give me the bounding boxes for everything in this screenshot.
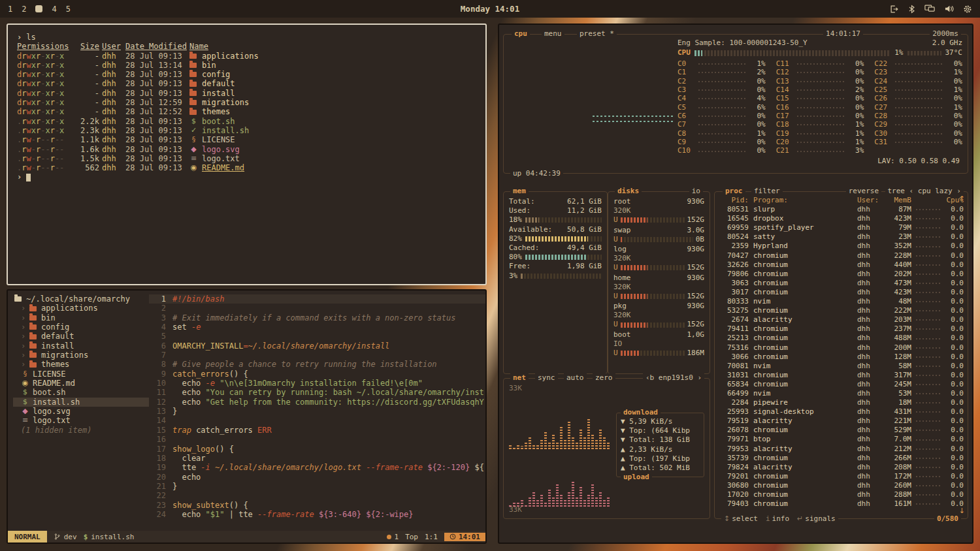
scroll-up-arrow[interactable]: ↑ — [959, 195, 965, 204]
process-row[interactable]: 31031chromiumdhh317M0.0 — [720, 371, 964, 380]
process-row[interactable]: 79403chromiumdhh161M0.0 — [720, 499, 964, 509]
tree-item-logo.svg[interactable]: ◆logo.svg — [13, 407, 149, 416]
tree-item-default[interactable]: ›default — [13, 332, 149, 341]
preset-button[interactable]: preset * — [577, 29, 617, 39]
tree-item-logo.txt[interactable]: ≡logo.txt — [13, 416, 149, 425]
tree-item--.local-share-omarchy[interactable]: ~/.local/share/omarchy — [13, 294, 149, 304]
process-row[interactable]: 79953alacrittydhh212M0.0 — [720, 445, 964, 454]
workspace-1[interactable]: 1 — [8, 5, 12, 14]
signals-button[interactable]: ↵signals — [797, 514, 836, 524]
display-icon[interactable] — [924, 5, 935, 13]
size-cell: 2.3k — [74, 126, 102, 135]
process-row[interactable]: 66499nvimdhh53M0.0 — [720, 389, 964, 398]
process-row[interactable]: 70427chromiumdhh228M0.0 — [720, 251, 964, 260]
proc-column-header[interactable]: Pid: — [720, 196, 749, 205]
process-row[interactable]: 75316chromiumdhh200M0.0 — [720, 343, 964, 353]
settings-icon[interactable] — [963, 5, 972, 14]
proc-mem: 200M — [884, 343, 911, 353]
net-interface-switch[interactable]: ‹b enp191s0 › — [643, 373, 704, 383]
disk-used-row: U152G — [613, 263, 704, 272]
process-row[interactable]: 65834chromiumdhh245M0.0 — [720, 380, 964, 389]
process-row[interactable]: 17020chromiumdhh288M0.0 — [720, 490, 964, 499]
tree-item-readme.md[interactable]: ◉README.md — [13, 379, 149, 388]
core-row: C160% — [776, 103, 864, 112]
process-row[interactable]: 26078chromiumdhh529M0.0 — [720, 426, 964, 435]
process-row[interactable]: 69959spotify_playerdhh79M0.0 — [720, 223, 964, 232]
branch-name: dev — [64, 533, 77, 541]
tree-item-install[interactable]: ›install — [13, 341, 149, 351]
process-row[interactable]: 2359Hyprlanddhh352M0.0 — [720, 242, 964, 251]
proc-cpu: 0.0 — [945, 389, 964, 398]
reverse-button[interactable]: reverse — [846, 187, 881, 196]
process-row[interactable]: 80333nvimdhh48M0.0 — [720, 297, 964, 306]
proc-pid: 75316 — [720, 343, 749, 353]
process-row[interactable]: 70081nvimdhh58M0.0 — [720, 362, 964, 371]
tree-item-themes[interactable]: ›themes — [13, 360, 149, 369]
tree-item-migrations[interactable]: ›migrations — [13, 351, 149, 360]
proc-user: dhh — [857, 306, 879, 315]
workspace-2[interactable]: 2 — [22, 5, 26, 14]
tree-item-applications[interactable]: ›applications — [13, 304, 149, 313]
volume-icon[interactable] — [944, 5, 954, 13]
process-row[interactable]: 25993signal-desktopdhh431M0.0 — [720, 407, 964, 417]
process-row[interactable]: 79201chromiumdhh172M0.0 — [720, 472, 964, 481]
proc-mem: 266M — [884, 454, 911, 463]
net-zero-button[interactable]: zero — [593, 373, 615, 383]
workspace-5[interactable]: 5 — [66, 5, 71, 14]
process-row[interactable]: 80531slurpdhh87M0.0 — [720, 205, 964, 214]
tree-item-label: themes — [41, 360, 69, 369]
process-row[interactable]: 30680chromiumdhh260M0.0 — [720, 481, 964, 490]
process-row[interactable]: 79519alacrittydhh221M0.0 — [720, 417, 964, 426]
net-sync-button[interactable]: sync — [535, 373, 558, 383]
process-row[interactable]: 2674alacrittydhh203M0.0 — [720, 315, 964, 324]
process-row[interactable]: 79971btopdhh7.0M0.0 — [720, 435, 964, 444]
process-row[interactable]: 32626chromiumdhh440M0.0 — [720, 260, 964, 270]
core-id: C9 — [678, 138, 696, 147]
process-row[interactable]: 25213chromiumdhh488M0.0 — [720, 334, 964, 343]
info-button[interactable]: iinfo — [766, 514, 789, 524]
logout-icon[interactable] — [889, 5, 899, 14]
process-row[interactable]: 16545dropboxdhh423M0.0 — [720, 214, 964, 223]
proc-column-header[interactable]: Program: — [753, 196, 853, 205]
io-mode-button[interactable]: io — [689, 187, 703, 196]
tree-item-label: (1 hidden item) — [21, 426, 91, 435]
process-row[interactable]: 3066chromiumdhh128M0.0 — [720, 353, 964, 362]
process-row[interactable]: 80524sattydhh23M0.0 — [720, 232, 964, 242]
process-row[interactable]: 3063chromiumdhh473M0.0 — [720, 279, 964, 288]
proc-program: chromium — [753, 499, 853, 509]
select-button[interactable]: ↕select — [724, 514, 758, 524]
tree-item-install.sh[interactable]: $install.sh — [13, 398, 149, 407]
process-row[interactable]: 2284pipewiredhh18M0.0 — [720, 398, 964, 407]
process-row[interactable]: 79824alacrittydhh208M0.0 — [720, 463, 964, 472]
cpu-interval[interactable]: 2000ms — [930, 29, 961, 39]
sort-selector[interactable]: ‹ cpu lazy › — [907, 187, 964, 196]
tree-button[interactable]: tree — [885, 187, 908, 196]
bluetooth-icon[interactable] — [908, 5, 915, 14]
tree-item-license[interactable]: §LICENSE — [13, 370, 149, 379]
proc-column-header[interactable]: MemB — [884, 196, 911, 205]
proc-program: Hyprland — [753, 242, 853, 251]
net-auto-button[interactable]: auto — [564, 373, 587, 383]
tree-item-boot.sh[interactable]: $boot.sh — [13, 388, 149, 397]
workspace-4[interactable]: 4 — [52, 5, 56, 14]
process-row[interactable]: 3017chromiumdhh423M0.0 — [720, 288, 964, 297]
disk-used-row: U152G — [613, 320, 704, 329]
filter-button[interactable]: filter — [751, 187, 783, 196]
proc-column-header[interactable] — [916, 200, 941, 201]
process-row[interactable]: 79806chromiumdhh202M0.0 — [720, 270, 964, 279]
proc-column-header[interactable]: User: — [857, 196, 879, 205]
process-row[interactable]: 79411chromiumdhh237M0.0 — [720, 324, 964, 334]
workspace-3[interactable] — [35, 5, 42, 12]
proc-mini-graph — [916, 411, 941, 413]
net-graph-bar — [591, 483, 594, 507]
process-row[interactable]: 53275chromiumdhh222M0.0 — [720, 306, 964, 315]
folder-icon — [29, 315, 37, 321]
core-list: C01%C12%C20%C30%C44%C56%C60%C70%C81%C90%… — [678, 59, 962, 155]
prompt-line[interactable]: › — [17, 172, 476, 181]
code-editor[interactable]: 1#!/bin/bash23# Exit immediately if a co… — [149, 291, 485, 531]
proc-mini-graph — [916, 246, 941, 247]
tree-item-bin[interactable]: ›bin — [13, 313, 149, 323]
process-row[interactable]: 35739chromiumdhh266M0.0 — [720, 454, 964, 463]
tree-item-config[interactable]: ›config — [13, 323, 149, 332]
menu-button[interactable]: menu — [542, 29, 564, 39]
